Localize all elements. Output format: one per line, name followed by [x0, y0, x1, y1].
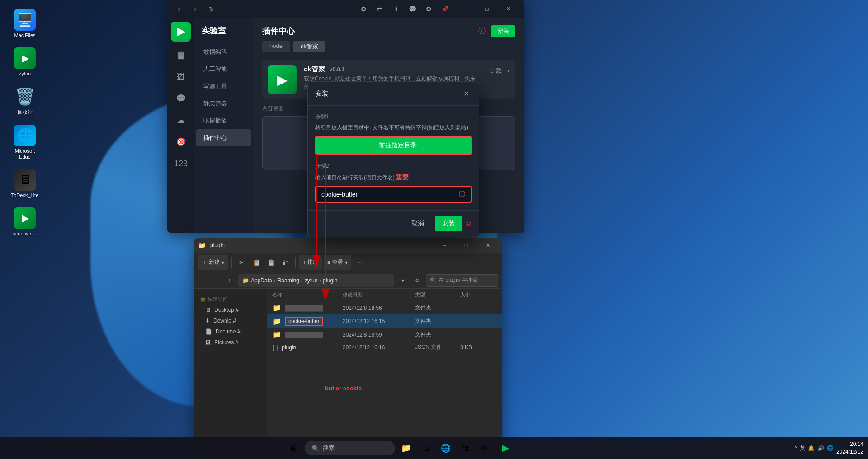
path-dropdown[interactable]: ▾ — [397, 275, 409, 286]
explorer-titlebar: 📁 plugin ─ □ ✕ — [194, 238, 502, 253]
sidebar-downloads[interactable]: ⬇ Downlo.# — [194, 315, 267, 326]
forward-button[interactable]: › — [189, 3, 202, 15]
file-type-3: 文件夹 — [415, 331, 460, 338]
nav-item-probe[interactable]: 嗅探播放 — [196, 112, 251, 129]
paste-button[interactable]: 📋 — [264, 256, 277, 269]
mac-files-label: Mac Files — [14, 33, 35, 38]
system-tray: ^ 英 🔔 🔊 🌐 — [794, 445, 834, 452]
toolbar-icon-6[interactable]: 📌 — [439, 3, 451, 15]
new-button[interactable]: ＋ 新建 ▾ — [198, 255, 228, 270]
table-row[interactable]: 📁 ██████████ 2024/12/8 18:59 文件夹 — [267, 328, 502, 341]
window-controls: ─ □ ✕ — [455, 2, 519, 16]
folder-icon: 📁 — [272, 304, 281, 312]
explorer-close[interactable]: ✕ — [477, 239, 498, 252]
icon-zyfun[interactable]: ▶ zyfun — [9, 47, 41, 77]
taskbar-file-explorer[interactable]: 📁 — [397, 439, 415, 457]
table-row[interactable]: 📁 ██████████ 2024/12/8 18:56 文件夹 — [267, 301, 502, 314]
toolbar-icon-3[interactable]: ℹ — [390, 3, 402, 15]
sidebar-icon-2[interactable]: 🖼 — [171, 67, 191, 87]
step2-important: 重要 — [396, 173, 409, 181]
taskbar-search[interactable]: 🔍 搜索 — [305, 441, 395, 455]
taskbar-mail[interactable]: ✉ — [476, 439, 495, 457]
tab-ck[interactable]: ck管家 — [293, 41, 326, 52]
search-box[interactable]: 🔍 在 plugin 中搜索 — [426, 274, 498, 287]
nav-item-writing[interactable]: 写源工具 — [196, 78, 251, 95]
quick-access-title: ⭐ 快速访问 — [194, 294, 267, 304]
file-list-area: 名称 修改日期 类型 大小 📁 ██████████ 2024/12/8 18:… — [267, 289, 502, 459]
col-date[interactable]: 修改日期 — [343, 291, 415, 298]
col-size[interactable]: 大小 — [460, 291, 496, 298]
sidebar-pictures[interactable]: 🖼 Pictures.# — [194, 337, 267, 348]
plugin-actions: 卸载 ▾ — [486, 65, 510, 77]
sidebar-documents[interactable]: 📄 Docume.# — [194, 326, 267, 337]
pictures-icon: 🖼 — [205, 339, 211, 346]
clock[interactable]: 20:14 2024/12/12 — [836, 440, 863, 456]
toolbar-sep-2 — [295, 257, 296, 268]
sort-button[interactable]: ↕ 排序 — [299, 255, 322, 270]
delete-button[interactable]: 🗑 — [279, 256, 292, 269]
icon-mac-files[interactable]: 🖥️ Mac Files — [9, 9, 41, 38]
address-path[interactable]: 📁 AppData › Roaming › zyfun › plugin — [238, 274, 394, 287]
maximize-button[interactable]: □ — [476, 2, 497, 16]
input-info-icon: ⓘ — [459, 190, 465, 198]
sidebar-logo[interactable]: ▶ — [171, 22, 191, 42]
start-button[interactable]: ⊞ — [285, 439, 303, 457]
refresh-button[interactable]: ↻ — [411, 275, 423, 286]
taskbar-store[interactable]: 🛍 — [457, 439, 475, 457]
icon-zyfun2[interactable]: ▶ zyfun-win-... — [9, 207, 41, 237]
sidebar-icon-1[interactable]: 📋 — [171, 45, 191, 65]
addr-up[interactable]: ↑ — [223, 275, 235, 286]
view-button[interactable]: ≡ 查看 ▾ — [324, 255, 351, 270]
dialog-title: 安装 — [315, 89, 329, 98]
sort-icon: ↕ — [303, 259, 306, 266]
taskbar-zyfun[interactable]: ▶ — [496, 439, 514, 457]
cut-button[interactable]: ✂ — [236, 256, 248, 269]
nav-item-ai[interactable]: 人工智能 — [196, 61, 251, 78]
icon-todesklite[interactable]: 🖥 ToDesk_Lite — [9, 169, 41, 198]
uninstall-button[interactable]: 卸载 — [486, 65, 505, 77]
copy-button[interactable]: 📋 — [250, 256, 263, 269]
icon-recycle[interactable]: 🗑️ 回收站 — [9, 86, 41, 115]
sidebar-icon-6[interactable]: 123 — [171, 154, 191, 173]
toolbar-icon-1[interactable]: ⚙ — [357, 3, 370, 15]
table-row[interactable]: { } plugin 2024/12/12 16:16 JSON 文件 3 KB — [267, 341, 502, 353]
taskbar-files[interactable]: 🗂 — [417, 439, 435, 457]
explorer-maximize[interactable]: □ — [456, 239, 476, 252]
nav-item-static-filter[interactable]: 静态筛选 — [196, 95, 251, 112]
minimize-button[interactable]: ─ — [455, 2, 476, 16]
sidebar-icon-3[interactable]: 💬 — [171, 89, 191, 108]
goto-directory-button[interactable]: ⊘ 前往指定目录 — [315, 136, 472, 155]
tab-node[interactable]: node — [262, 41, 290, 52]
refresh-button[interactable]: ↻ — [205, 3, 218, 15]
col-type[interactable]: 类型 — [415, 291, 460, 298]
addr-back[interactable]: ← — [198, 275, 210, 286]
nav-item-plugins[interactable]: 插件中心 — [196, 129, 251, 146]
dialog-close-button[interactable]: ✕ — [461, 88, 472, 99]
toolbar-icon-4[interactable]: 💬 — [406, 3, 419, 15]
close-button[interactable]: ✕ — [498, 2, 519, 16]
sidebar-icon-4[interactable]: ☁ — [171, 110, 191, 130]
back-button[interactable]: ‹ — [173, 3, 185, 15]
install-button[interactable]: 安装 — [491, 25, 515, 37]
explorer-body: ⭐ 快速访问 🖥 Desktop.# ⬇ Downlo.# 📄 Docume.# — [194, 289, 502, 459]
file-list-header: 名称 修改日期 类型 大小 — [267, 289, 502, 301]
file-date-1: 2024/12/8 18:56 — [343, 305, 415, 311]
icon-edge[interactable]: 🌐 Microsoft Edge — [9, 125, 41, 160]
toolbar-icon-5[interactable]: ⚙ — [422, 3, 435, 15]
col-name[interactable]: 名称 — [272, 291, 343, 298]
project-name-input[interactable]: cookie-butler ⓘ — [315, 186, 472, 203]
explorer-sidebar: ⭐ 快速访问 🖥 Desktop.# ⬇ Downlo.# 📄 Docume.# — [194, 289, 267, 459]
confirm-install-button[interactable]: 安装 — [435, 216, 462, 231]
sidebar-desktop[interactable]: 🖥 Desktop.# — [194, 304, 267, 315]
taskbar-edge[interactable]: 🌐 — [437, 439, 455, 457]
nav-item-data-encoding[interactable]: 数据编码 — [196, 43, 251, 61]
addr-forward[interactable]: → — [211, 275, 222, 286]
explorer-minimize[interactable]: ─ — [434, 239, 455, 252]
cancel-button[interactable]: 取消 — [404, 216, 431, 231]
file-explorer-window: 📁 plugin ─ □ ✕ ＋ 新建 ▾ ✂ 📋 📋 🗑 ↕ 排序 — [194, 238, 502, 459]
more-button[interactable]: ··· — [353, 256, 366, 269]
step1-label: 步骤1 — [315, 113, 472, 121]
sidebar-icon-5[interactable]: 🎯 — [171, 132, 191, 152]
toolbar-icon-2[interactable]: ⇄ — [373, 3, 386, 15]
table-row[interactable]: 📁 cookie-butler 2024/12/12 16:15 文件夹 — [267, 314, 502, 328]
